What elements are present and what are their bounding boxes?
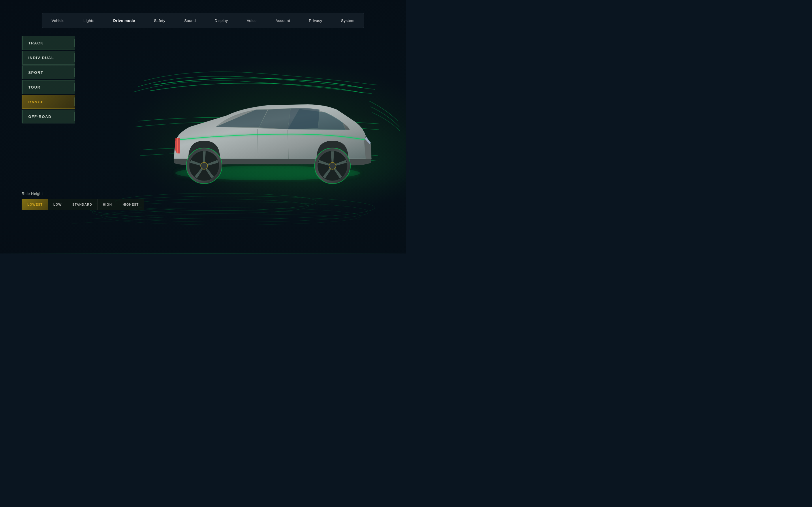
nav-item-system[interactable]: System <box>337 16 359 25</box>
ride-height-highest[interactable]: HIGHEST <box>117 199 144 210</box>
mode-tour[interactable]: TOUR <box>22 80 75 94</box>
mode-range[interactable]: RANGE <box>22 95 75 109</box>
nav-item-safety[interactable]: Safety <box>150 16 170 25</box>
nav-item-lights[interactable]: Lights <box>79 16 99 25</box>
navigation-bar: Vehicle Lights Drive mode Safety Sound D… <box>42 13 364 28</box>
ride-height-low[interactable]: LOW <box>48 199 67 210</box>
ride-height-high[interactable]: HIGH <box>98 199 118 210</box>
drive-mode-panel: TRACK INDIVIDUAL SPORT TOUR RANGE OFF-RO… <box>22 36 75 123</box>
car-display <box>147 40 392 208</box>
nav-item-privacy[interactable]: Privacy <box>304 16 327 25</box>
ride-height-lowest[interactable]: LOWEST <box>22 199 48 210</box>
ride-height-buttons: LOWEST LOW STANDARD HIGH HIGHEST <box>22 199 144 210</box>
mode-off-road[interactable]: OFF-ROAD <box>22 110 75 123</box>
nav-item-display[interactable]: Display <box>210 16 232 25</box>
svg-point-16 <box>329 162 336 169</box>
mode-individual[interactable]: INDIVIDUAL <box>22 51 75 65</box>
ride-height-label: Ride Height <box>22 191 144 196</box>
nav-item-voice[interactable]: Voice <box>242 16 261 25</box>
svg-point-25 <box>201 162 208 169</box>
nav-item-account[interactable]: Account <box>271 16 295 25</box>
nav-item-vehicle[interactable]: Vehicle <box>47 16 69 25</box>
nav-item-sound[interactable]: Sound <box>180 16 200 25</box>
nav-item-drive-mode[interactable]: Drive mode <box>109 16 140 25</box>
ride-height-section: Ride Height LOWEST LOW STANDARD HIGH HIG… <box>22 191 144 210</box>
ride-height-standard[interactable]: STANDARD <box>67 199 98 210</box>
mode-track[interactable]: TRACK <box>22 36 75 50</box>
mode-sport[interactable]: SPORT <box>22 65 75 79</box>
bottom-accent-bar <box>0 252 406 253</box>
